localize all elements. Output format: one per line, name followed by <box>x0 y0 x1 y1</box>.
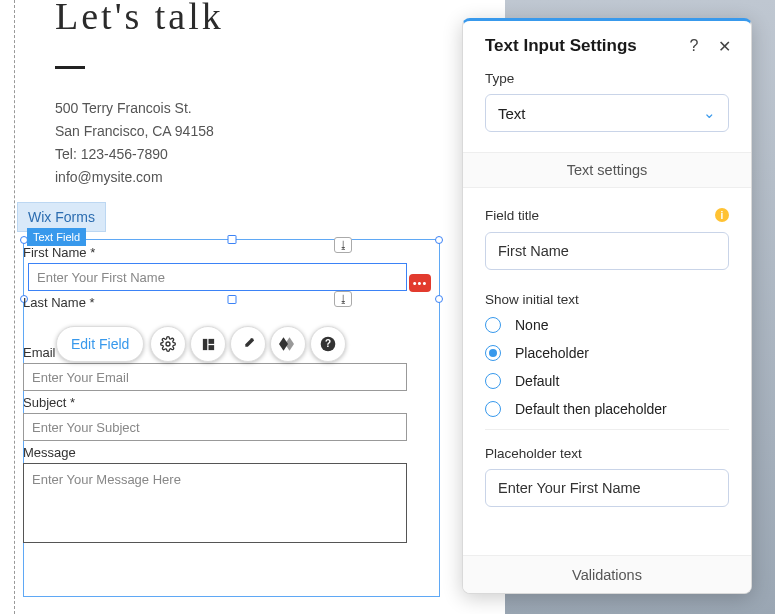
first-name-label: First Name * <box>23 245 440 260</box>
tab-text-settings[interactable]: Text settings <box>463 152 751 188</box>
download-icon[interactable]: ⭳ <box>334 291 352 307</box>
svg-point-0 <box>166 342 170 346</box>
radio-label: Default <box>515 373 559 389</box>
contact-block: 500 Terry Francois St. San Francisco, CA… <box>55 97 505 189</box>
layout-icon[interactable] <box>190 326 226 362</box>
radio-placeholder[interactable]: Placeholder <box>485 345 729 361</box>
field-title-label: Field title <box>485 208 539 223</box>
email-input[interactable]: Enter Your Email <box>23 363 407 391</box>
divider <box>55 66 85 69</box>
message-label: Message <box>23 445 440 460</box>
help-icon[interactable]: ? <box>310 326 346 362</box>
download-icon[interactable]: ⭳ <box>334 237 352 253</box>
field-title-input[interactable]: First Name <box>485 232 729 270</box>
radio-default-then-ph[interactable]: Default then placeholder <box>485 401 729 417</box>
panel-title: Text Input Settings <box>485 36 675 56</box>
svg-rect-2 <box>208 338 214 343</box>
phone: Tel: 123-456-7890 <box>55 143 505 166</box>
svg-rect-3 <box>208 345 214 350</box>
tab-validations[interactable]: Validations <box>463 555 751 593</box>
chevron-down-icon: ⌄ <box>703 104 716 122</box>
radio-label: None <box>515 317 548 333</box>
radio-label: Placeholder <box>515 345 589 361</box>
address-line-2: San Francisco, CA 94158 <box>55 120 505 143</box>
animation-icon[interactable] <box>270 326 306 362</box>
error-badge[interactable]: ••• <box>409 274 431 292</box>
resize-handle[interactable] <box>435 236 443 244</box>
email: info@mysite.com <box>55 166 505 189</box>
placeholder-label: Placeholder text <box>485 446 729 461</box>
settings-icon[interactable] <box>150 326 186 362</box>
first-name-input[interactable]: Enter Your First Name <box>28 263 407 291</box>
page-heading: Let's talk <box>55 0 505 38</box>
initial-text-label: Show initial text <box>485 292 729 307</box>
message-textarea[interactable]: Enter Your Message Here <box>23 463 407 543</box>
text-field-badge: Text Field <box>27 228 86 246</box>
panel-help-icon[interactable]: ? <box>683 35 705 57</box>
type-label: Type <box>463 71 751 94</box>
address-line-1: 500 Terry Francois St. <box>55 97 505 120</box>
subject-input[interactable]: Enter Your Subject <box>23 413 407 441</box>
radio-none[interactable]: None <box>485 317 729 333</box>
resize-handle[interactable] <box>227 235 236 244</box>
design-icon[interactable] <box>230 326 266 362</box>
svg-text:?: ? <box>325 338 331 349</box>
placeholder-input[interactable]: Enter Your First Name <box>485 469 729 507</box>
svg-rect-1 <box>203 338 207 349</box>
last-name-label: Last Name * <box>23 295 440 310</box>
edit-field-button[interactable]: Edit Field <box>56 326 144 362</box>
radio-default[interactable]: Default <box>485 373 729 389</box>
field-toolbar: Edit Field ? <box>56 326 350 362</box>
type-value: Text <box>498 105 526 122</box>
subject-label: Subject * <box>23 395 440 410</box>
settings-panel: Text Input Settings ? ✕ Type Text ⌄ Text… <box>462 18 752 594</box>
info-icon[interactable]: i <box>715 208 729 222</box>
radio-label: Default then placeholder <box>515 401 667 417</box>
type-select[interactable]: Text ⌄ <box>485 94 729 132</box>
close-icon[interactable]: ✕ <box>713 35 735 57</box>
